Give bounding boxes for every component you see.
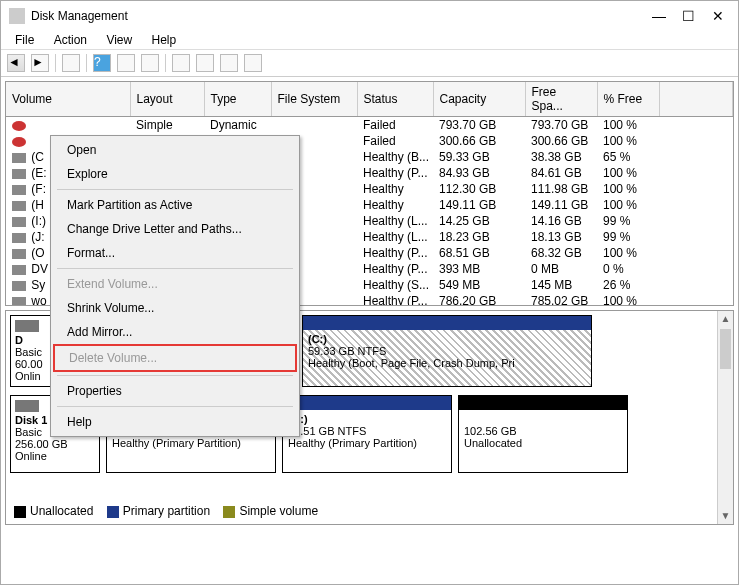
legend-primary-swatch xyxy=(107,506,119,518)
menu-action[interactable]: Action xyxy=(46,31,95,49)
table-header[interactable]: Volume Layout Type File System Status Ca… xyxy=(6,82,733,117)
ctx-extend-volume: Extend Volume... xyxy=(53,272,297,296)
maximize-button[interactable]: ☐ xyxy=(682,8,694,24)
volume-icon xyxy=(12,137,26,147)
menu-view[interactable]: View xyxy=(98,31,140,49)
volume-icon xyxy=(12,281,26,291)
col-capacity[interactable]: Capacity xyxy=(433,82,525,117)
col-type[interactable]: Type xyxy=(204,82,271,117)
toolbar-icon[interactable] xyxy=(220,54,238,72)
title-bar: Disk Management — ☐ ✕ xyxy=(1,1,738,31)
ctx-mark-active[interactable]: Mark Partition as Active xyxy=(53,193,297,217)
volume-icon xyxy=(12,185,26,195)
disk1-volume-o[interactable]: (O:) 68.51 GB NTFS Healthy (Primary Part… xyxy=(282,395,452,473)
volume-icon xyxy=(12,249,26,259)
separator xyxy=(55,54,56,72)
scroll-up-icon[interactable]: ▲ xyxy=(718,311,733,327)
close-button[interactable]: ✕ xyxy=(712,8,724,24)
menu-file[interactable]: File xyxy=(7,31,42,49)
app-icon xyxy=(9,8,25,24)
separator xyxy=(57,406,293,407)
ctx-properties[interactable]: Properties xyxy=(53,379,297,403)
menu-help[interactable]: Help xyxy=(144,31,185,49)
toolbar: ◄ ► ? xyxy=(1,50,738,77)
legend: Unallocated Primary partition Simple vol… xyxy=(14,504,318,518)
col-volume[interactable]: Volume xyxy=(6,82,130,117)
ctx-format[interactable]: Format... xyxy=(53,241,297,265)
volume-icon xyxy=(12,169,26,179)
volume-icon xyxy=(12,153,26,163)
partition-bar xyxy=(283,396,451,410)
partition-bar xyxy=(303,316,591,330)
table-row[interactable]: SimpleDynamicFailed793.70 GB793.70 GB100… xyxy=(6,117,733,134)
separator xyxy=(165,54,166,72)
disk1-unallocated[interactable]: 102.56 GB Unallocated xyxy=(458,395,628,473)
col-layout[interactable]: Layout xyxy=(130,82,204,117)
window-title: Disk Management xyxy=(31,9,652,23)
toolbar-icon[interactable] xyxy=(196,54,214,72)
context-menu: Open Explore Mark Partition as Active Ch… xyxy=(50,135,300,437)
legend-unalloc-swatch xyxy=(14,506,26,518)
menu-bar: File Action View Help xyxy=(1,31,738,50)
forward-button[interactable]: ► xyxy=(31,54,49,72)
ctx-shrink-volume[interactable]: Shrink Volume... xyxy=(53,296,297,320)
disk-icon xyxy=(15,400,39,412)
col-fs[interactable]: File System xyxy=(271,82,357,117)
separator xyxy=(86,54,87,72)
back-button[interactable]: ◄ xyxy=(7,54,25,72)
ctx-change-letter[interactable]: Change Drive Letter and Paths... xyxy=(53,217,297,241)
col-pct[interactable]: % Free xyxy=(597,82,659,117)
col-free[interactable]: Free Spa... xyxy=(525,82,597,117)
partition-bar xyxy=(459,396,627,410)
minimize-button[interactable]: — xyxy=(652,8,664,24)
separator xyxy=(57,268,293,269)
toolbar-icon[interactable] xyxy=(141,54,159,72)
volume-icon xyxy=(12,121,26,131)
help-icon[interactable]: ? xyxy=(93,54,111,72)
col-status[interactable]: Status xyxy=(357,82,433,117)
volume-icon xyxy=(12,233,26,243)
ctx-explore[interactable]: Explore xyxy=(53,162,297,186)
scroll-thumb[interactable] xyxy=(720,329,731,369)
scrollbar[interactable]: ▲ ▼ xyxy=(717,311,733,524)
volume-icon xyxy=(12,217,26,227)
ctx-open[interactable]: Open xyxy=(53,138,297,162)
volume-icon xyxy=(12,265,26,275)
disk0-volume-c[interactable]: (C:) 59.33 GB NTFS Healthy (Boot, Page F… xyxy=(302,315,592,387)
volume-icon xyxy=(12,201,26,211)
ctx-delete-volume: Delete Volume... xyxy=(53,344,297,372)
legend-simple-swatch xyxy=(223,506,235,518)
toolbar-icon[interactable] xyxy=(117,54,135,72)
toolbar-icon[interactable] xyxy=(172,54,190,72)
disk0-label: D xyxy=(15,334,23,346)
disk-icon xyxy=(15,320,39,332)
separator xyxy=(57,375,293,376)
scroll-down-icon[interactable]: ▼ xyxy=(718,508,733,524)
col-extra[interactable] xyxy=(659,82,733,117)
ctx-add-mirror[interactable]: Add Mirror... xyxy=(53,320,297,344)
toolbar-icon[interactable] xyxy=(244,54,262,72)
ctx-help[interactable]: Help xyxy=(53,410,297,434)
separator xyxy=(57,189,293,190)
toolbar-icon[interactable] xyxy=(62,54,80,72)
volume-icon xyxy=(12,297,26,306)
